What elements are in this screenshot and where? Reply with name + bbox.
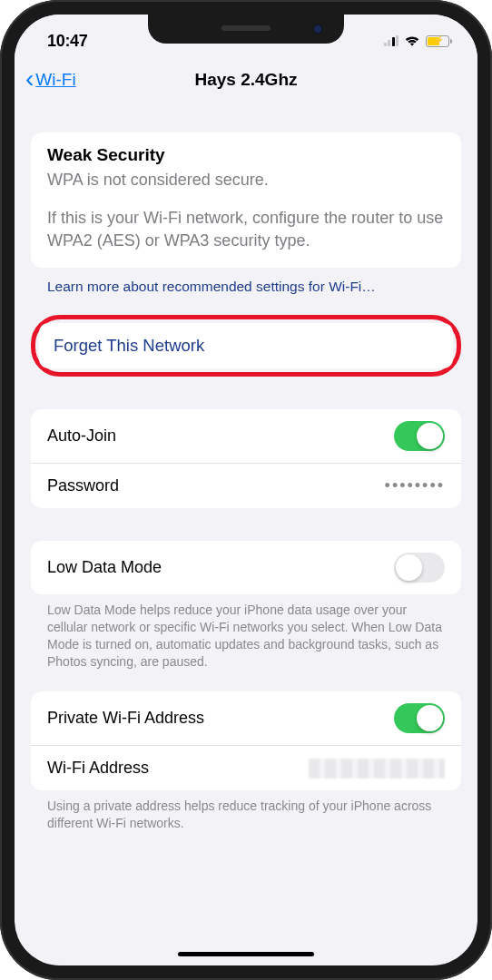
back-button[interactable]: ‹ Wi-Fi (25, 69, 76, 92)
notch (148, 15, 344, 44)
low-data-group: Low Data Mode (31, 541, 461, 594)
auto-join-label: Auto-Join (47, 426, 116, 446)
security-body: If this is your Wi-Fi network, configure… (47, 207, 445, 251)
wifi-icon (404, 34, 420, 47)
password-label: Password (47, 476, 119, 495)
phone-frame: 10:47 ⚡ (0, 0, 492, 980)
learn-more-link[interactable]: Learn more about recommended settings fo… (47, 279, 376, 294)
password-value: •••••••• (385, 476, 445, 495)
chevron-left-icon: ‹ (25, 66, 34, 92)
password-row[interactable]: Password •••••••• (31, 463, 461, 508)
wifi-address-value-redacted (309, 759, 445, 779)
nav-bar: ‹ Wi-Fi Hays 2.4Ghz (15, 58, 477, 102)
wifi-address-label: Wi-Fi Address (47, 759, 149, 778)
private-wifi-toggle[interactable] (394, 703, 445, 733)
security-subtitle: WPA is not considered secure. (47, 169, 445, 191)
auto-join-toggle[interactable] (394, 421, 445, 451)
security-warning-card: Weak Security WPA is not considered secu… (31, 132, 461, 268)
forget-network-button[interactable]: Forget This Network (39, 323, 453, 368)
screen: 10:47 ⚡ (15, 15, 477, 965)
battery-icon: ⚡ (426, 35, 452, 47)
private-wifi-footer: Using a private address helps reduce tra… (31, 790, 461, 832)
low-data-row: Low Data Mode (31, 541, 461, 594)
home-indicator[interactable] (178, 952, 314, 956)
learn-more-row: Learn more about recommended settings fo… (31, 268, 461, 302)
wifi-address-row[interactable]: Wi-Fi Address (31, 745, 461, 790)
status-icons: ⚡ (384, 34, 453, 47)
page-title: Hays 2.4Ghz (195, 70, 298, 90)
security-title: Weak Security (47, 145, 445, 165)
low-data-toggle[interactable] (394, 553, 445, 583)
content: Weak Security WPA is not considered secu… (15, 102, 477, 965)
private-wifi-row: Private Wi-Fi Address (31, 691, 461, 745)
private-wifi-group: Private Wi-Fi Address Wi-Fi Address (31, 691, 461, 790)
highlight-annotation: Forget This Network (31, 315, 461, 377)
auto-join-row: Auto-Join (31, 409, 461, 463)
auto-join-group: Auto-Join Password •••••••• (31, 409, 461, 508)
low-data-footer: Low Data Mode helps reduce your iPhone d… (31, 594, 461, 671)
private-wifi-label: Private Wi-Fi Address (47, 709, 204, 728)
low-data-label: Low Data Mode (47, 558, 162, 577)
status-time: 10:47 (47, 32, 88, 51)
cellular-icon (384, 35, 399, 46)
back-label: Wi-Fi (35, 70, 75, 90)
